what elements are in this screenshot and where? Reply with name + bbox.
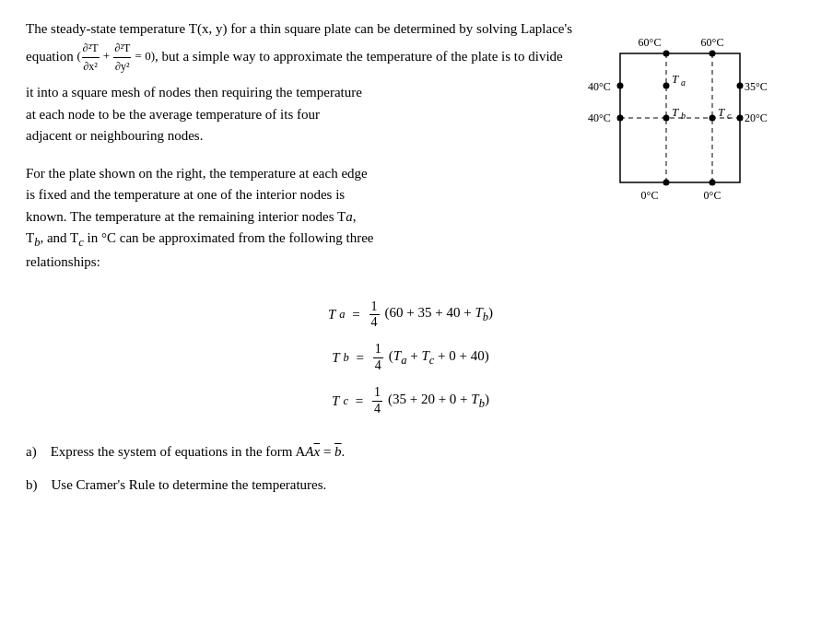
svg-point-8	[710, 51, 716, 57]
intro-para2: it into a square mesh of nodes then requ…	[26, 82, 574, 146]
equations-block: Ta = 1 4 (60 + 35 + 40 + Tb) Tb = 1 4 (T…	[26, 299, 795, 417]
svg-text:0°C: 0°C	[641, 189, 659, 202]
svg-text:a: a	[681, 77, 686, 88]
svg-text:20°C: 20°C	[745, 111, 768, 124]
qb-label: b)	[26, 477, 38, 492]
plate-diagram: 60°C 60°C 40°C 35°C 40°C 20°C 0°C 0°C T …	[583, 26, 786, 210]
intro-text3: , but a simple way to approximate the te…	[155, 49, 563, 64]
equation-2: Tb = 1 4 (Ta + Tc + 0 + 40)	[332, 342, 488, 374]
svg-point-9	[663, 180, 670, 186]
svg-text:0°C: 0°C	[704, 189, 721, 202]
intro-para1: The steady-state temperature T(x, y) for…	[26, 18, 574, 75]
svg-text:60°C: 60°C	[639, 36, 662, 49]
question-a: a) Express the system of equations in th…	[26, 440, 795, 464]
page-content: The steady-state temperature T(x, y) for…	[26, 18, 795, 506]
svg-point-10	[710, 180, 716, 186]
qa-text: Express the system of equations in the f…	[51, 444, 306, 459]
text-block: The steady-state temperature T(x, y) for…	[26, 18, 574, 281]
svg-point-5	[663, 115, 670, 122]
svg-text:40°C: 40°C	[588, 111, 611, 124]
equation-3: Tc = 1 4 (35 + 20 + 0 + Tb)	[332, 385, 489, 417]
svg-text:40°C: 40°C	[588, 80, 611, 93]
svg-text:c: c	[727, 111, 732, 121]
para2: For the plate shown on the right, the te…	[26, 163, 574, 273]
qb-text: Use Cramer's Rule to determine the tempe…	[52, 477, 327, 492]
equation-1: Ta = 1 4 (60 + 35 + 40 + Tb)	[328, 299, 493, 332]
svg-point-11	[617, 83, 624, 89]
svg-point-12	[737, 83, 744, 89]
svg-text:T: T	[672, 105, 679, 119]
svg-point-14	[737, 115, 744, 122]
question-b: b) Use Cramer's Rule to determine the te…	[26, 474, 795, 498]
svg-point-6	[710, 115, 716, 122]
svg-point-4	[663, 83, 670, 89]
svg-text:T: T	[672, 72, 679, 86]
diagram-block: 60°C 60°C 40°C 35°C 40°C 20°C 0°C 0°C T …	[583, 26, 795, 281]
svg-point-13	[617, 115, 624, 122]
svg-text:60°C: 60°C	[701, 36, 724, 49]
top-section: The steady-state temperature T(x, y) for…	[26, 18, 795, 281]
questions-block: a) Express the system of equations in th…	[26, 440, 795, 506]
svg-text:35°C: 35°C	[745, 80, 768, 93]
qa-label: a)	[26, 444, 37, 459]
svg-text:b: b	[681, 111, 686, 121]
svg-text:T: T	[718, 105, 725, 119]
svg-point-7	[663, 51, 670, 57]
